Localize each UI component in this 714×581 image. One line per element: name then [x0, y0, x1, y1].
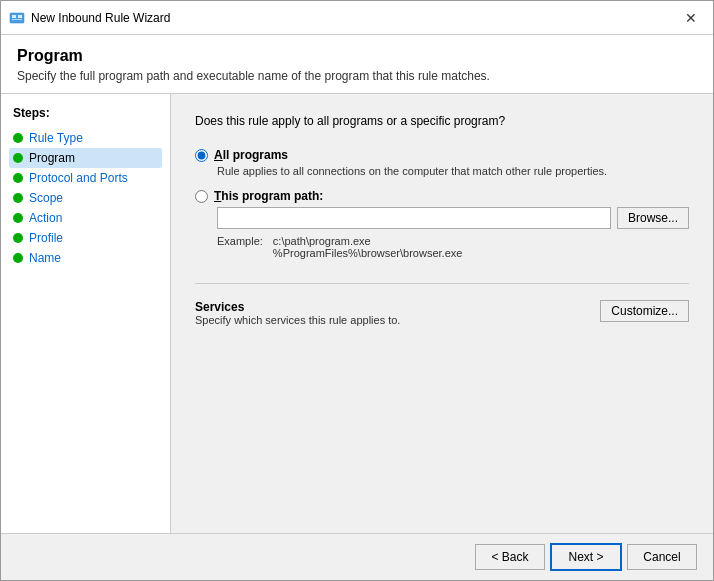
- sidebar-item-program[interactable]: Program: [9, 148, 162, 168]
- step-dot-rule-type: [13, 133, 23, 143]
- sidebar-item-scope[interactable]: Scope: [9, 188, 162, 208]
- all-programs-radio[interactable]: [195, 149, 208, 162]
- all-programs-row: All programs: [195, 148, 689, 162]
- svg-rect-1: [12, 15, 16, 18]
- window-icon: [9, 10, 25, 26]
- step-dot-name: [13, 253, 23, 263]
- header: Program Specify the full program path an…: [1, 35, 713, 94]
- question-text: Does this rule apply to all programs or …: [195, 114, 689, 128]
- program-radio-group: All programs Rule applies to all connect…: [195, 148, 689, 259]
- step-dot-profile: [13, 233, 23, 243]
- this-program-radio[interactable]: [195, 190, 208, 203]
- example-label: Example:: [217, 235, 263, 259]
- sidebar-item-name[interactable]: Name: [9, 248, 162, 268]
- sidebar-label-protocol-ports: Protocol and Ports: [29, 171, 128, 185]
- example-path1: c:\path\program.exe: [273, 235, 371, 247]
- step-dot-program: [13, 153, 23, 163]
- step-dot-protocol-ports: [13, 173, 23, 183]
- browse-button[interactable]: Browse...: [617, 207, 689, 229]
- sidebar-label-program: Program: [29, 151, 75, 165]
- next-button[interactable]: Next >: [551, 544, 621, 570]
- example-path2: %ProgramFiles%\browser\browser.exe: [273, 247, 463, 259]
- example-paths: c:\path\program.exe %ProgramFiles%\brows…: [273, 235, 463, 259]
- content-area: Steps: Rule Type Program Protocol and Po…: [1, 94, 713, 533]
- this-program-label[interactable]: This program path:: [214, 189, 323, 203]
- sidebar-item-action[interactable]: Action: [9, 208, 162, 228]
- customize-button[interactable]: Customize...: [600, 300, 689, 322]
- step-dot-action: [13, 213, 23, 223]
- steps-label: Steps:: [9, 106, 162, 120]
- sidebar: Steps: Rule Type Program Protocol and Po…: [1, 94, 171, 533]
- step-dot-scope: [13, 193, 23, 203]
- sidebar-item-protocol-ports[interactable]: Protocol and Ports: [9, 168, 162, 188]
- page-subtitle: Specify the full program path and execut…: [17, 69, 697, 83]
- all-programs-label[interactable]: All programs: [214, 148, 288, 162]
- sidebar-label-action: Action: [29, 211, 62, 225]
- sidebar-label-scope: Scope: [29, 191, 63, 205]
- sidebar-label-rule-type: Rule Type: [29, 131, 83, 145]
- cancel-button[interactable]: Cancel: [627, 544, 697, 570]
- sidebar-item-rule-type[interactable]: Rule Type: [9, 128, 162, 148]
- program-path-input[interactable]: [217, 207, 611, 229]
- sidebar-label-profile: Profile: [29, 231, 63, 245]
- svg-rect-3: [12, 19, 22, 20]
- window-title: New Inbound Rule Wizard: [31, 11, 677, 25]
- all-programs-desc: Rule applies to all connections on the c…: [217, 165, 689, 177]
- services-title: Services: [195, 300, 400, 314]
- footer: < Back Next > Cancel: [1, 533, 713, 580]
- wizard-window: New Inbound Rule Wizard ✕ Program Specif…: [0, 0, 714, 581]
- sidebar-label-name: Name: [29, 251, 61, 265]
- program-path-row: Browse...: [217, 207, 689, 229]
- this-program-option: This program path: Browse... Example: c:…: [195, 189, 689, 259]
- services-section: Services Specify which services this rul…: [195, 283, 689, 326]
- main-panel: Does this rule apply to all programs or …: [171, 94, 713, 533]
- svg-rect-2: [18, 15, 22, 18]
- example-text: Example: c:\path\program.exe %ProgramFil…: [217, 235, 689, 259]
- this-program-row: This program path:: [195, 189, 689, 203]
- page-title: Program: [17, 47, 697, 65]
- sidebar-item-profile[interactable]: Profile: [9, 228, 162, 248]
- services-desc: Specify which services this rule applies…: [195, 314, 400, 326]
- services-header: Services Specify which services this rul…: [195, 300, 689, 326]
- all-programs-option: All programs Rule applies to all connect…: [195, 148, 689, 177]
- close-button[interactable]: ✕: [677, 6, 705, 30]
- title-bar: New Inbound Rule Wizard ✕: [1, 1, 713, 35]
- back-button[interactable]: < Back: [475, 544, 545, 570]
